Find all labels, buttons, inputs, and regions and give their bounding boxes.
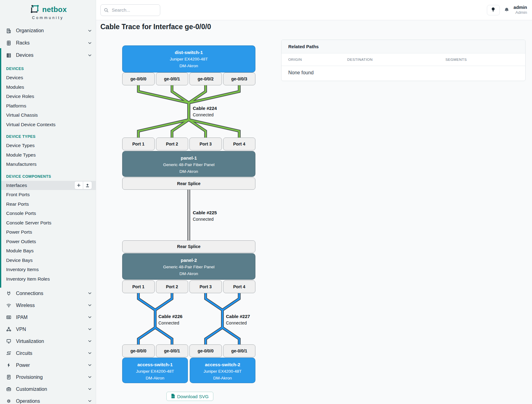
related-paths-title: Related Paths [282,40,525,53]
chevron-down-icon [88,388,91,390]
sidebar-item-power[interactable]: Power [0,359,96,371]
port-box-port-4[interactable]: Port 4 [223,280,256,293]
sidebar-section-header-devices: DEVICES [0,64,96,73]
cable-224-line[interactable] [138,85,189,138]
sidebar-item-operations[interactable]: Operations [0,395,96,404]
cable-227-line[interactable] [206,293,223,344]
sidebar-item-rear-ports[interactable]: Rear Ports [0,200,96,209]
gear-icon [6,398,11,404]
device-detail: Juniper EX4200-48T [190,368,255,375]
device-box-access-switch-2[interactable]: access-switch-2Juniper EX4200-48TDM-Akro… [190,358,255,383]
chevron-down-icon [88,364,91,366]
sidebar-item-customization[interactable]: Customization [0,383,96,395]
sidebar-item-virtualization[interactable]: Virtualization [0,335,96,347]
cable-name[interactable]: Cable #227 [226,314,250,319]
sidebar-item-devices[interactable]: Devices [0,73,96,83]
sidebar-item-label: Provisioning [16,375,43,380]
sidebar-item-interfaces[interactable]: Interfaces [0,181,96,190]
device-box-dist-switch-1[interactable]: dist-switch-1Juniper EX4200-48TDM-Akron [122,45,255,72]
sidebar-item-device-bays[interactable]: Device Bays [0,256,96,265]
port-box-ge-0-0-0[interactable]: ge-0/0/0 [122,344,155,357]
sidebar-item-device-roles[interactable]: Device Roles [0,92,96,101]
netbox-logo[interactable]: netbox [0,4,96,15]
sidebar-bottom-group: ConnectionsWirelessIPAMVPNVirtualization… [0,287,96,404]
cable-224-line[interactable] [172,85,189,138]
bolt-icon [6,363,11,368]
sidebar-item-vpn[interactable]: VPN [0,323,96,335]
cable-226-line[interactable] [138,293,155,344]
cable-label-cable-226[interactable]: Cable #226Connected [158,314,182,325]
device-detail: Juniper EX4200-48T [122,368,188,375]
import-button[interactable] [83,181,92,189]
port-box-port-1[interactable]: Port 1 [122,280,155,293]
sidebar-item-virtual-device-contexts[interactable]: Virtual Device Contexts [0,120,96,130]
theme-toggle-button[interactable] [487,5,500,15]
active-section-accent-bar [0,48,1,288]
port-box-ge-0-0-2[interactable]: ge-0/0/2 [189,72,222,85]
sidebar-item-module-types[interactable]: Module Types [0,150,96,160]
chevron-down-icon [88,54,91,56]
sidebar-item-console-ports[interactable]: Console Ports [0,209,96,218]
cable-name[interactable]: Cable #224 [193,106,217,111]
sidebar-item-racks[interactable]: Racks [0,37,96,49]
cable-label-cable-225[interactable]: Cable #225Connected [193,210,217,222]
port-box-ge-0-0-1[interactable]: ge-0/0/1 [223,344,256,357]
sidebar-item-inventory-item-roles[interactable]: Inventory Item Roles [0,274,96,284]
search-box [100,4,160,16]
lightbulb-icon [491,7,495,13]
notifications-bell-icon[interactable] [504,7,509,13]
device-box-access-switch-1[interactable]: access-switch-1Juniper EX4200-48TDM-Akro… [122,358,188,383]
user-menu[interactable]: admin Admin [514,5,527,15]
sidebar: netbox Community OrganizationRacksDevice… [0,0,96,404]
rear-port-box-rear-splice[interactable]: Rear Splice [122,240,255,253]
cable-label-cable-224[interactable]: Cable #224Connected [193,106,217,117]
port-box-port-4[interactable]: Port 4 [223,138,256,150]
port-box-ge-0-0-0[interactable]: ge-0/0/0 [189,344,222,357]
sidebar-item-modules[interactable]: Modules [0,83,96,92]
port-box-ge-0-0-3[interactable]: ge-0/0/3 [223,72,256,85]
sidebar-item-label: IPAM [16,315,28,320]
sidebar-item-manufacturers[interactable]: Manufacturers [0,160,96,169]
sidebar-item-inventory-items[interactable]: Inventory Items [0,265,96,274]
sidebar-item-provisioning[interactable]: Provisioning [0,371,96,383]
sidebar-item-devices[interactable]: Devices [0,49,96,61]
page-title: Cable Trace for Interface ge-0/0/0 [100,23,211,31]
rear-port-box-rear-splice[interactable]: Rear Splice [122,177,255,190]
port-box-ge-0-0-0[interactable]: ge-0/0/0 [122,72,155,85]
brand-name: netbox [42,5,67,14]
chevron-down-icon [88,30,91,32]
port-box-port-2[interactable]: Port 2 [156,280,188,293]
sidebar-item-ipam[interactable]: IPAM [0,311,96,323]
sidebar-item-organization[interactable]: Organization [0,25,96,37]
cable-name[interactable]: Cable #225 [193,210,217,215]
sidebar-item-connections[interactable]: Connections [0,287,96,299]
port-box-port-2[interactable]: Port 2 [156,138,188,150]
sidebar-item-label: Inventory Item Roles [6,276,50,282]
sidebar-item-label: Circuits [16,351,32,356]
sidebar-item-circuits[interactable]: Circuits [0,347,96,359]
sidebar-item-module-bays[interactable]: Module Bays [0,246,96,256]
search-input[interactable] [100,4,160,16]
sidebar-item-console-server-ports[interactable]: Console Server Ports [0,218,96,228]
cable-name[interactable]: Cable #226 [158,314,182,319]
add-button[interactable] [74,181,83,189]
sidebar-item-power-ports[interactable]: Power Ports [0,227,96,237]
sidebar-item-platforms[interactable]: Platforms [0,101,96,111]
sidebar-item-front-ports[interactable]: Front Ports [0,190,96,200]
port-box-port-3[interactable]: Port 3 [189,138,222,150]
port-box-port-3[interactable]: Port 3 [189,280,222,293]
sidebar-section-header-device-components: DEVICE COMPONENTS [0,172,96,181]
sidebar-item-device-types[interactable]: Device Types [0,141,96,150]
port-box-ge-0-0-1[interactable]: ge-0/0/1 [156,72,188,85]
download-svg-button[interactable]: Download SVG [166,392,213,401]
cable-label-cable-227[interactable]: Cable #227Connected [226,314,250,325]
chevron-down-icon [88,376,91,378]
device-box-panel-2[interactable]: panel-2Generic 48-Pair Fiber PanelDM-Akr… [122,253,255,280]
port-box-port-1[interactable]: Port 1 [122,138,155,150]
port-box-ge-0-0-1[interactable]: ge-0/0/1 [156,344,188,357]
device-box-panel-1[interactable]: panel-1Generic 48-Pair Fiber PanelDM-Akr… [122,151,255,177]
sidebar-item-virtual-chassis[interactable]: Virtual Chassis [0,111,96,120]
sidebar-item-wireless[interactable]: Wireless [0,299,96,311]
sidebar-item-power-outlets[interactable]: Power Outlets [0,237,96,247]
chevron-down-icon [88,292,91,294]
